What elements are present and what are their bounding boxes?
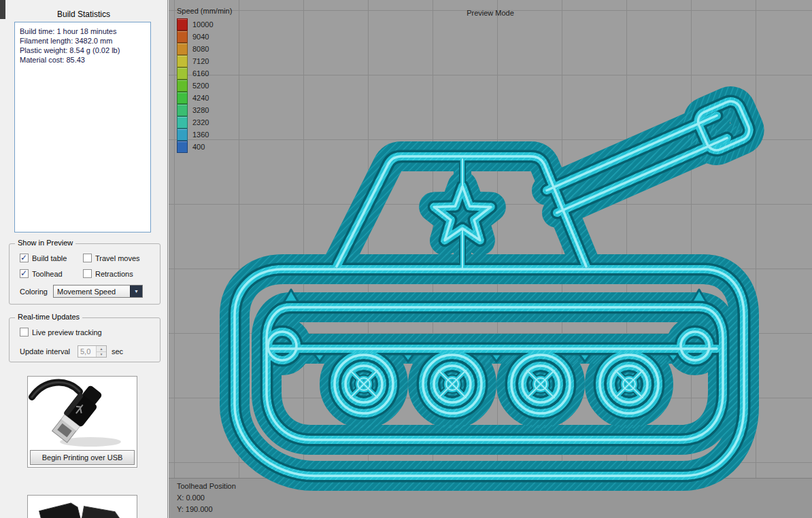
toolhead-position-title: Toolhead Position [177, 481, 236, 492]
legend-swatch [177, 18, 188, 31]
checkbox-box[interactable] [20, 269, 29, 278]
checkbox-box[interactable] [20, 328, 29, 336]
legend-value: 10000 [192, 20, 214, 29]
legend-entry: 4240 [177, 92, 232, 104]
sd-card-photo [28, 496, 137, 518]
legend-value: 8080 [192, 45, 209, 53]
legend-entry: 400 [177, 141, 232, 153]
checkbox-travel-moves[interactable]: Travel moves [83, 254, 140, 262]
build-statistics-box: Build time: 1 hour 18 minutes Filament l… [14, 22, 151, 232]
toolhead-position-y: Y: 190.000 [177, 504, 236, 515]
legend-entry: 1360 [177, 128, 232, 141]
legend-swatch [177, 31, 188, 43]
legend-value: 1360 [192, 131, 209, 139]
speed-legend: Speed (mm/min) 10000 9040 8080 7120 6160… [177, 7, 232, 153]
checkbox-label: Travel moves [95, 254, 140, 262]
toolpath-wall-layer [235, 98, 752, 476]
legend-swatch [177, 141, 188, 153]
legend-swatch [177, 92, 188, 104]
usb-print-panel: Begin Printing over USB [27, 376, 137, 468]
checkbox-label: Build table [32, 254, 67, 262]
checkbox-retractions[interactable]: Retractions [83, 269, 133, 278]
legend-value: 3280 [192, 106, 209, 114]
update-interval-unit: sec [112, 347, 123, 356]
begin-printing-usb-button[interactable]: Begin Printing over USB [30, 450, 135, 465]
legend-value: 4240 [192, 94, 209, 102]
speed-legend-title: Speed (mm/min) [177, 7, 232, 15]
legend-swatch [177, 128, 188, 141]
show-in-preview-group: Show in Preview Build table Travel moves… [9, 243, 160, 305]
legend-entry: 3280 [177, 104, 232, 116]
checkbox-box[interactable] [20, 254, 29, 262]
toolhead-position-x: X: 0.000 [177, 492, 236, 504]
checkbox-box[interactable] [83, 269, 92, 278]
checkbox-live-preview-tracking[interactable]: Live preview tracking [20, 328, 102, 336]
legend-value: 9040 [192, 33, 209, 41]
stat-material-cost: Material cost: 85.43 [20, 55, 146, 65]
checkbox-box[interactable] [83, 254, 92, 262]
legend-entry: 5200 [177, 80, 232, 92]
show-in-preview-group-title: Show in Preview [15, 239, 75, 247]
checkbox-toolhead[interactable]: Toolhead [20, 269, 63, 278]
update-interval-stepper[interactable]: 5,0 ▲▼ [78, 345, 107, 358]
legend-swatch [177, 67, 188, 80]
update-interval-label: Update interval [20, 347, 70, 356]
legend-swatch [177, 104, 188, 116]
application-window: Build Statistics Build time: 1 hour 18 m… [0, 0, 812, 518]
update-interval-value[interactable]: 5,0 [78, 346, 96, 357]
legend-entry: 7120 [177, 55, 232, 67]
sd-card-panel [27, 495, 137, 518]
toolhead-position: Toolhead Position X: 0.000 Y: 190.000 [177, 481, 236, 515]
checkbox-label: Toolhead [32, 270, 63, 278]
preview-canvas[interactable]: Preview Mode Speed (mm/min) 10000 9040 8… [169, 0, 812, 518]
settings-panel: Build Statistics Build time: 1 hour 18 m… [0, 0, 168, 518]
coloring-select-value: Movement Speed [54, 286, 130, 297]
stepper-buttons[interactable]: ▲▼ [96, 346, 106, 357]
coloring-label: Coloring [20, 288, 48, 296]
coloring-select[interactable]: Movement Speed ▼ [53, 285, 143, 298]
stat-build-time: Build time: 1 hour 18 minutes [20, 27, 146, 36]
legend-entry: 9040 [177, 31, 232, 43]
legend-swatch [177, 55, 188, 67]
build-statistics-title: Build Statistics [0, 10, 167, 19]
stat-filament-length: Filament length: 3482.0 mm [20, 36, 146, 46]
realtime-updates-group-title: Real-time Updates [15, 313, 82, 321]
spin-down-icon[interactable]: ▼ [97, 351, 106, 358]
legend-swatch [177, 116, 188, 128]
usb-cable-photo [28, 377, 137, 449]
spin-up-icon[interactable]: ▲ [97, 346, 106, 351]
chevron-down-icon[interactable]: ▼ [130, 286, 142, 297]
checkbox-label: Retractions [95, 270, 133, 278]
legend-entry: 2320 [177, 116, 232, 128]
legend-entry: 10000 [177, 18, 232, 31]
legend-value: 5200 [192, 82, 209, 90]
legend-swatch [177, 43, 188, 55]
legend-value: 400 [192, 143, 205, 151]
legend-value: 2320 [192, 118, 209, 126]
realtime-updates-group: Real-time Updates Live preview tracking … [9, 317, 160, 362]
legend-swatch [177, 80, 188, 92]
legend-value: 7120 [192, 57, 209, 65]
checkbox-label: Live preview tracking [32, 328, 102, 336]
legend-entry: 8080 [177, 43, 232, 55]
stat-plastic-weight: Plastic weight: 8.54 g (0.02 lb) [20, 46, 146, 55]
toolpath-preview-tank [169, 0, 812, 518]
legend-value: 6160 [192, 69, 209, 77]
legend-entry: 6160 [177, 67, 232, 80]
checkbox-build-table[interactable]: Build table [20, 254, 67, 262]
